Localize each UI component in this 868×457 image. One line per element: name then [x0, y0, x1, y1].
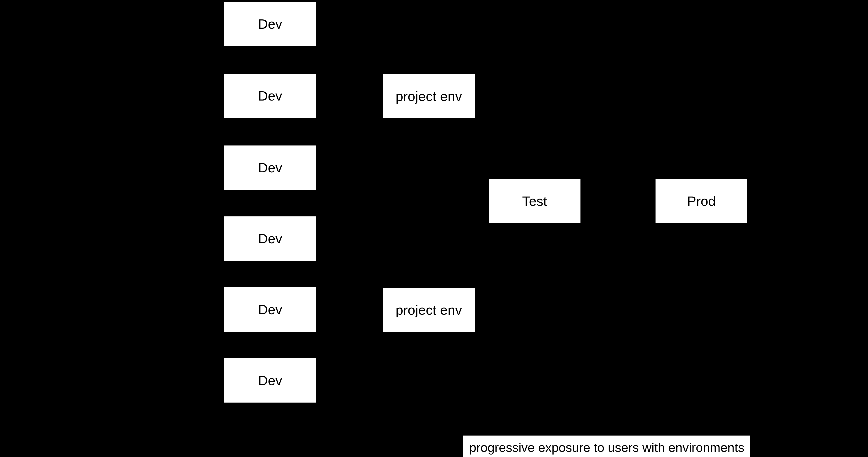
project-env-label: project env: [396, 302, 462, 318]
project-env-label: project env: [396, 89, 462, 104]
dev-box-label: Dev: [258, 302, 282, 317]
caption-text: progressive exposure to users with envir…: [469, 440, 744, 455]
test-box: Test: [488, 178, 581, 224]
dev-box-label: Dev: [258, 231, 282, 247]
dev-box-3: Dev: [224, 145, 316, 190]
project-env-box-2: project env: [382, 287, 475, 332]
dev-box-5: Dev: [224, 287, 316, 332]
test-box-label: Test: [522, 193, 547, 209]
dev-box-1: Dev: [224, 1, 316, 46]
prod-box: Prod: [655, 178, 748, 224]
dev-box-2: Dev: [224, 73, 316, 118]
prod-box-label: Prod: [687, 193, 716, 209]
dev-box-4: Dev: [224, 216, 316, 261]
dev-box-label: Dev: [258, 160, 282, 175]
dev-box-label: Dev: [258, 88, 282, 104]
project-env-box-1: project env: [382, 74, 475, 119]
dev-box-label: Dev: [258, 373, 282, 388]
dev-box-6: Dev: [224, 358, 316, 403]
caption: progressive exposure to users with envir…: [463, 435, 750, 457]
dev-box-label: Dev: [258, 16, 282, 32]
